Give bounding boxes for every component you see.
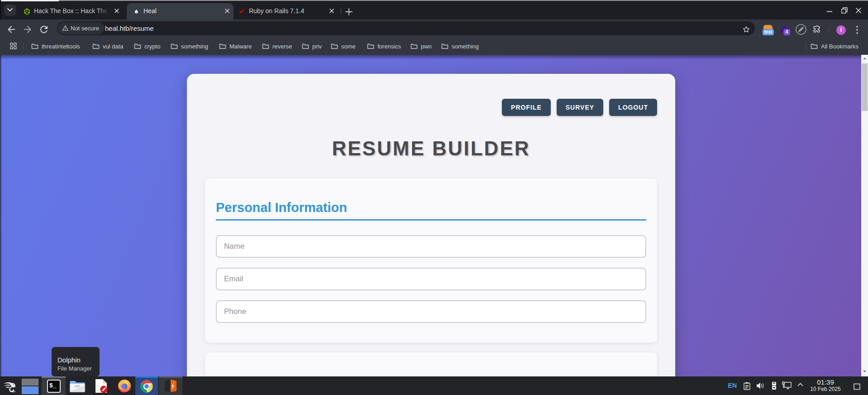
- svg-text:$_: $_: [49, 382, 57, 389]
